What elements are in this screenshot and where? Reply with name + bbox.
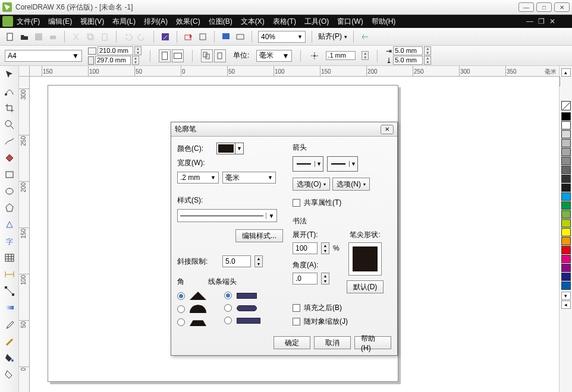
arrow-options-right-button[interactable]: 选项(N) ▾ [332, 178, 370, 191]
miter-spinner[interactable]: ▲▼ [254, 255, 263, 267]
menu-edit[interactable]: 编辑(E) [48, 17, 72, 27]
color-swatch[interactable] [561, 157, 571, 165]
arrow-end-select[interactable]: ▼ [327, 156, 358, 172]
outline-tool[interactable] [3, 334, 16, 347]
help-button[interactable]: 帮助(H) [354, 336, 391, 349]
corner-sharp-radio[interactable] [177, 292, 185, 300]
redo-button[interactable] [137, 31, 147, 42]
menu-file[interactable]: 文件(F) [17, 17, 40, 27]
copy-button[interactable] [85, 31, 96, 42]
color-swatch[interactable] [561, 112, 571, 121]
dup-x-spinner[interactable]: ▲▼ [424, 46, 431, 55]
mdi-restore-button[interactable]: ❐ [538, 17, 545, 26]
mdi-minimize-button[interactable]: — [526, 17, 533, 26]
page-width-input[interactable]: 210.0 mm [98, 46, 133, 55]
share-attr-checkbox[interactable] [293, 199, 300, 207]
landscape-button[interactable] [172, 49, 184, 62]
cut-button[interactable] [71, 31, 81, 42]
palette-scroll-down-button[interactable]: ▾ [561, 292, 571, 300]
color-swatch[interactable] [561, 255, 571, 263]
color-swatch[interactable] [561, 273, 571, 281]
dup-y-input[interactable]: 5.0 mm [393, 56, 423, 65]
color-swatch[interactable] [561, 228, 571, 236]
smart-fill-tool[interactable] [3, 151, 16, 165]
menu-help[interactable]: 帮助(H) [372, 17, 396, 27]
cap-round-radio[interactable] [224, 304, 232, 312]
color-swatch[interactable] [561, 184, 571, 192]
options-button[interactable] [360, 31, 370, 42]
color-swatch[interactable] [561, 130, 571, 138]
arrow-start-select[interactable]: ▼ [293, 156, 323, 172]
color-dropdown[interactable]: ▼ [216, 143, 244, 154]
undo-button[interactable] [122, 31, 133, 42]
interactive-tool[interactable] [3, 301, 16, 314]
ruler-vertical[interactable]: 300250200150100500 [19, 77, 30, 392]
color-swatch[interactable] [561, 121, 571, 129]
paper-size-select[interactable]: A4▼ [5, 50, 82, 62]
arrow-options-left-button[interactable]: 选项(O) ▾ [293, 178, 330, 191]
color-swatch[interactable] [561, 210, 571, 219]
color-swatch[interactable] [561, 237, 571, 245]
menu-window[interactable]: 窗口(W) [337, 17, 363, 27]
pick-tool[interactable] [3, 68, 16, 81]
color-swatch[interactable] [561, 246, 571, 254]
new-button[interactable] [5, 31, 15, 42]
width-unit-select[interactable]: 毫米▼ [222, 172, 276, 184]
export-button[interactable] [183, 31, 194, 42]
freehand-tool[interactable] [3, 135, 16, 148]
import-button[interactable] [160, 31, 171, 42]
color-swatch[interactable] [561, 166, 571, 174]
crop-tool[interactable] [3, 102, 16, 115]
ok-button[interactable]: 确定 [274, 336, 310, 349]
zoom-select[interactable]: 40%▼ [258, 31, 306, 43]
cap-square-radio[interactable] [224, 317, 232, 324]
color-swatch[interactable] [561, 264, 571, 272]
cap-flat-radio[interactable] [224, 292, 232, 299]
width-spinner[interactable]: ▲▼ [134, 46, 142, 55]
publish-button[interactable] [197, 31, 208, 42]
scale-with-checkbox[interactable] [293, 318, 300, 325]
angle-spinner[interactable]: ▲▼ [321, 273, 329, 284]
page-height-input[interactable]: 297.0 mm [95, 56, 131, 65]
shape-tool[interactable] [3, 85, 16, 98]
rectangle-tool[interactable] [3, 168, 16, 181]
eyedropper-tool[interactable] [3, 318, 16, 331]
unit-select[interactable]: 毫米▼ [256, 50, 292, 62]
no-fill-swatch[interactable] [561, 101, 571, 110]
menu-bitmap[interactable]: 位图(B) [209, 17, 232, 27]
corner-bevel-radio[interactable] [177, 318, 185, 326]
corner-round-radio[interactable] [177, 305, 185, 313]
style-select[interactable]: ▼ [177, 209, 277, 222]
color-swatch[interactable] [561, 282, 571, 290]
portrait-button[interactable] [159, 49, 171, 62]
dialog-titlebar[interactable]: 轮廓笔 ✕ [171, 122, 397, 137]
menu-table[interactable]: 表格(T) [273, 17, 296, 27]
text-tool[interactable]: 字 [3, 235, 16, 248]
default-button[interactable]: 默认(D) [347, 280, 384, 293]
color-swatch[interactable] [561, 219, 571, 227]
dimension-tool[interactable] [3, 268, 16, 281]
menu-layout[interactable]: 布局(L) [112, 17, 136, 27]
snap-dropdown[interactable]: 贴齐(P) ▾ [318, 31, 347, 42]
miter-input[interactable]: 5.0 [222, 255, 251, 267]
cancel-button[interactable]: 取消 [314, 336, 351, 349]
menu-view[interactable]: 视图(V) [80, 17, 104, 27]
stretch-spinner[interactable]: ▲▼ [321, 242, 329, 254]
current-page-button[interactable] [214, 49, 226, 62]
height-spinner[interactable]: ▲▼ [132, 56, 139, 65]
paste-button[interactable] [99, 31, 110, 42]
menu-effects[interactable]: 效果(C) [176, 17, 200, 27]
zoom-tool[interactable] [3, 118, 16, 131]
dialog-close-button[interactable]: ✕ [381, 125, 394, 134]
edit-style-button[interactable]: 编辑样式... [235, 229, 283, 242]
stretch-input[interactable]: 100 [293, 242, 318, 254]
fill-tool[interactable] [3, 351, 16, 364]
color-swatch[interactable] [561, 192, 571, 201]
nudge-spinner[interactable]: ▲▼ [362, 51, 369, 60]
color-swatch[interactable] [561, 139, 571, 147]
print-button[interactable] [48, 31, 58, 42]
palette-scroll-up-button[interactable]: ▴ [561, 68, 571, 77]
nudge-input[interactable]: .1 mm [326, 51, 356, 60]
behind-fill-checkbox[interactable] [293, 304, 300, 312]
app-launcher-button[interactable] [221, 31, 231, 42]
